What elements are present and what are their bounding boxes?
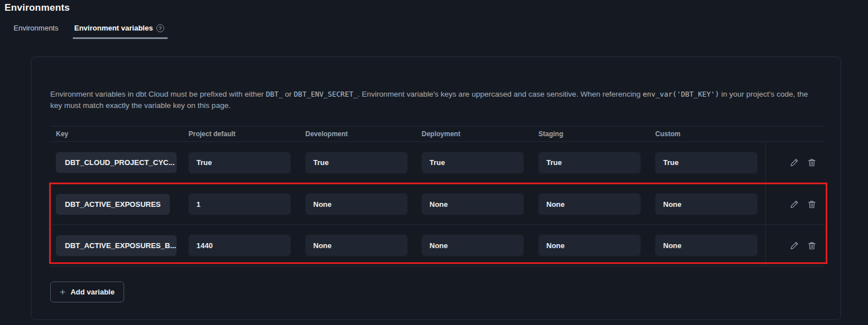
edit-icon[interactable] <box>789 158 799 168</box>
value-deployment: None <box>422 193 524 215</box>
edit-icon[interactable] <box>789 240 799 250</box>
column-header-development: Development <box>305 130 422 138</box>
value-development: None <box>305 193 407 215</box>
page-title: Environments <box>0 0 868 14</box>
value-deployment: True <box>422 152 524 174</box>
delete-icon[interactable] <box>806 199 817 209</box>
column-header-key: Key <box>50 130 188 138</box>
value-staging: None <box>538 193 641 215</box>
environment-variables-panel: Environment variables in dbt Cloud must … <box>31 57 841 320</box>
plus-icon: + <box>60 287 65 297</box>
value-staging: None <box>538 235 641 256</box>
value-custom: None <box>655 193 757 215</box>
table-row: DBT_ACTIVE_EXPOSURES 1 None None None No… <box>50 184 825 225</box>
column-header-deployment: Deployment <box>422 130 538 138</box>
variable-key: DBT_CLOUD_PROJECT_CYC... <box>56 152 177 173</box>
delete-icon[interactable] <box>806 158 817 168</box>
add-variable-label: Add variable <box>71 288 115 296</box>
variables-table: Key Project default Development Deployme… <box>50 126 825 266</box>
variable-key: DBT_ACTIVE_EXPOSURES_B... <box>56 235 177 256</box>
delete-icon[interactable] <box>806 240 817 250</box>
value-deployment: None <box>422 235 524 256</box>
table-row: DBT_CLOUD_PROJECT_CYC... True True True … <box>50 142 825 184</box>
add-variable-button[interactable]: + Add variable <box>50 281 124 302</box>
description-text: Environment variables in dbt Cloud must … <box>50 89 822 111</box>
value-custom: None <box>655 235 757 256</box>
column-header-custom: Custom <box>655 130 765 138</box>
column-header-staging: Staging <box>538 130 655 138</box>
edit-icon[interactable] <box>789 199 799 209</box>
tab-environment-variables[interactable]: Environment variables ? <box>73 24 167 39</box>
value-development: None <box>305 235 407 256</box>
table-row: DBT_ACTIVE_EXPOSURES_B... 1440 None None… <box>50 225 825 266</box>
column-header-project-default: Project default <box>188 130 305 138</box>
tab-label: Environment variables <box>74 24 152 32</box>
table-header-row: Key Project default Development Deployme… <box>50 126 825 142</box>
help-icon[interactable]: ? <box>156 24 164 32</box>
value-project-default: True <box>188 152 291 174</box>
value-development: True <box>305 152 407 174</box>
tab-bar: Environments Environment variables ? <box>0 14 868 39</box>
variable-key: DBT_ACTIVE_EXPOSURES <box>56 194 170 215</box>
tab-environments[interactable]: Environments <box>12 24 59 39</box>
value-project-default: 1 <box>188 193 291 215</box>
value-custom: True <box>655 152 757 174</box>
value-staging: True <box>538 152 641 174</box>
value-project-default: 1440 <box>188 235 291 256</box>
